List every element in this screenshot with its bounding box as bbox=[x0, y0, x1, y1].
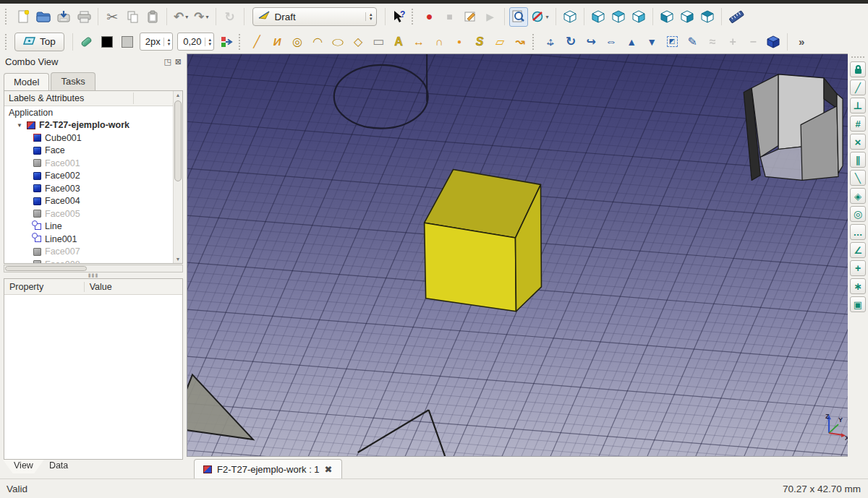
draft-bezier-button[interactable]: ↝ bbox=[511, 32, 529, 51]
draft-wire2bspline-button[interactable]: ≈ bbox=[703, 32, 722, 51]
cut-button[interactable]: ✂ bbox=[103, 7, 122, 27]
tree-item-face004[interactable]: Face004 bbox=[4, 195, 182, 208]
workbench-selector[interactable]: Draft▴▾ bbox=[252, 7, 377, 26]
undo-button[interactable]: ↶▾ bbox=[171, 7, 190, 27]
float-panel-icon[interactable]: ◳ bbox=[163, 57, 171, 66]
snap-intersection-button[interactable]: × bbox=[850, 134, 866, 150]
rear-view-button[interactable] bbox=[658, 7, 676, 27]
tab-model[interactable]: Model bbox=[4, 73, 49, 91]
tab-data[interactable]: Data bbox=[38, 460, 79, 473]
scroll-up-icon[interactable]: ▲ bbox=[174, 93, 182, 98]
bottom-view-button[interactable] bbox=[678, 7, 697, 27]
draft-move-button[interactable]: ↔↕ bbox=[541, 32, 560, 51]
top-view-button[interactable] bbox=[609, 7, 628, 27]
draft-to-sketch-button[interactable] bbox=[764, 32, 783, 51]
spinner-arrows-icon[interactable]: ▴▾ bbox=[205, 38, 212, 46]
face-color-swatch-button[interactable] bbox=[118, 32, 137, 51]
tree-item-face002[interactable]: Face002 bbox=[4, 170, 182, 183]
draw-style-button[interactable]: ▾ bbox=[529, 7, 551, 27]
scroll-down-icon[interactable]: ▼ bbox=[174, 257, 182, 262]
dropdown-arrow-icon[interactable]: ▾ bbox=[206, 14, 209, 20]
dropdown-arrow-icon[interactable]: ▾ bbox=[546, 14, 549, 20]
line-width-spinbox[interactable]: 2px▴▾ bbox=[140, 33, 173, 51]
tree-item-cube001[interactable]: Cube001 bbox=[4, 132, 182, 145]
line-color-swatch-button[interactable] bbox=[98, 32, 116, 51]
tree-item-face[interactable]: Face bbox=[4, 145, 182, 158]
tree-root-application[interactable]: Application bbox=[4, 106, 182, 119]
tree-item-face001[interactable]: Face001 bbox=[4, 157, 182, 170]
copy-button[interactable] bbox=[123, 7, 142, 27]
toolbar-overflow-button[interactable]: » bbox=[792, 32, 811, 51]
draft-delpoint-button[interactable]: − bbox=[744, 32, 762, 51]
toolbar-grip[interactable] bbox=[412, 9, 414, 25]
tree-item-document[interactable]: ▼F2-T27-ejemplo-work bbox=[4, 119, 182, 132]
fit-all-button[interactable] bbox=[509, 7, 528, 27]
draft-shapestring-button[interactable]: S bbox=[470, 32, 489, 51]
refresh-button[interactable]: ↻ bbox=[221, 7, 239, 27]
new-file-button[interactable] bbox=[14, 7, 33, 27]
draft-bspline-button[interactable]: ∩ bbox=[430, 32, 448, 51]
left-view-button[interactable] bbox=[698, 7, 717, 27]
draft-addpoint-button[interactable]: + bbox=[723, 32, 742, 51]
tree-item-face008[interactable]: Face008 bbox=[4, 258, 182, 264]
stop-macro-button[interactable]: ■ bbox=[441, 7, 459, 27]
close-panel-icon[interactable]: ⊠ bbox=[175, 57, 182, 66]
draft-facebinder-button[interactable]: ▱ bbox=[490, 32, 509, 51]
construction-mode-button[interactable] bbox=[77, 32, 96, 51]
draft-downgrade-button[interactable]: ▼ bbox=[642, 32, 661, 51]
tree-item-face003[interactable]: Face003 bbox=[4, 182, 182, 195]
snap-workingplane-button[interactable]: ▣ bbox=[850, 296, 866, 312]
axonometric-view-button[interactable] bbox=[561, 7, 579, 27]
draft-edit-button[interactable]: ✎ bbox=[683, 32, 702, 51]
snap-endpoint-button[interactable]: ╲ bbox=[850, 170, 866, 186]
draft-circle-button[interactable]: ◎ bbox=[288, 32, 307, 51]
draft-rectangle-button[interactable]: ▭ bbox=[369, 32, 388, 51]
toolbar-grip[interactable] bbox=[532, 34, 535, 50]
draft-text-button[interactable]: A bbox=[389, 32, 408, 51]
3d-viewport[interactable]: Z Y X bbox=[187, 53, 848, 457]
panel-splitter[interactable]: ▮▮▮ bbox=[0, 272, 187, 278]
property-table-body[interactable] bbox=[4, 295, 182, 459]
tree-vertical-scrollbar[interactable]: ▲ ▼ bbox=[173, 91, 182, 263]
apply-style-button[interactable] bbox=[217, 32, 236, 51]
snap-parallel-button[interactable]: ∥ bbox=[850, 152, 866, 168]
snap-lock-button[interactable] bbox=[850, 61, 866, 77]
tab-tasks[interactable]: Tasks bbox=[51, 72, 95, 90]
snap-special-button[interactable]: + bbox=[850, 260, 866, 276]
paste-button[interactable] bbox=[143, 7, 162, 27]
document-tab[interactable]: F2-T27-ejemplo-work : 1 ✖ bbox=[194, 459, 342, 478]
snap-near-button[interactable]: … bbox=[850, 224, 866, 240]
working-plane-button[interactable]: Top bbox=[14, 33, 64, 51]
draft-polygon-button[interactable]: ◇ bbox=[349, 32, 367, 51]
snap-center-button[interactable]: ◎ bbox=[850, 206, 866, 222]
snap-ortho-button[interactable]: ◈ bbox=[850, 188, 866, 204]
tree-item-face007[interactable]: Face007 bbox=[4, 246, 182, 259]
snap-grid-button[interactable]: # bbox=[850, 116, 866, 132]
snap-extension-button[interactable]: ∠ bbox=[850, 242, 866, 258]
draft-dimension-button[interactable]: ↔ bbox=[409, 32, 428, 51]
draft-wire-button[interactable]: И bbox=[268, 32, 286, 51]
tab-view[interactable]: View bbox=[3, 460, 44, 473]
redo-button[interactable]: ↷▾ bbox=[192, 7, 210, 27]
tree-item-line001[interactable]: Line001 bbox=[4, 233, 182, 246]
draft-offset-button[interactable]: ↪ bbox=[582, 32, 600, 51]
draft-arc-button[interactable]: ◠ bbox=[308, 32, 327, 51]
toolbar-grip[interactable] bbox=[5, 9, 8, 25]
tree-horizontal-scrollbar[interactable] bbox=[4, 265, 183, 272]
draft-ellipse-button[interactable]: ◯ bbox=[328, 32, 347, 51]
dropdown-arrow-icon[interactable]: ▾ bbox=[185, 14, 188, 20]
toolbar-grip[interactable] bbox=[5, 34, 8, 50]
draft-point-button[interactable]: ● bbox=[450, 32, 469, 51]
play-macro-button[interactable]: ▶ bbox=[481, 7, 500, 27]
snap-dimensions-button[interactable]: ∗ bbox=[850, 278, 866, 294]
draft-rotate-button[interactable]: ↻ bbox=[561, 32, 580, 51]
scale-spinbox[interactable]: 0,20▴▾ bbox=[177, 33, 214, 51]
close-document-icon[interactable]: ✖ bbox=[325, 464, 333, 475]
measure-distance-button[interactable] bbox=[726, 7, 746, 27]
tree-item-line[interactable]: Line bbox=[4, 220, 182, 233]
expand-arrow-icon[interactable]: ▼ bbox=[16, 122, 23, 129]
save-button[interactable] bbox=[54, 7, 73, 27]
snap-midpoint-button[interactable]: ╱ bbox=[850, 80, 866, 95]
scrollbar-thumb[interactable] bbox=[174, 100, 182, 181]
toolbar-grip[interactable] bbox=[851, 56, 864, 58]
